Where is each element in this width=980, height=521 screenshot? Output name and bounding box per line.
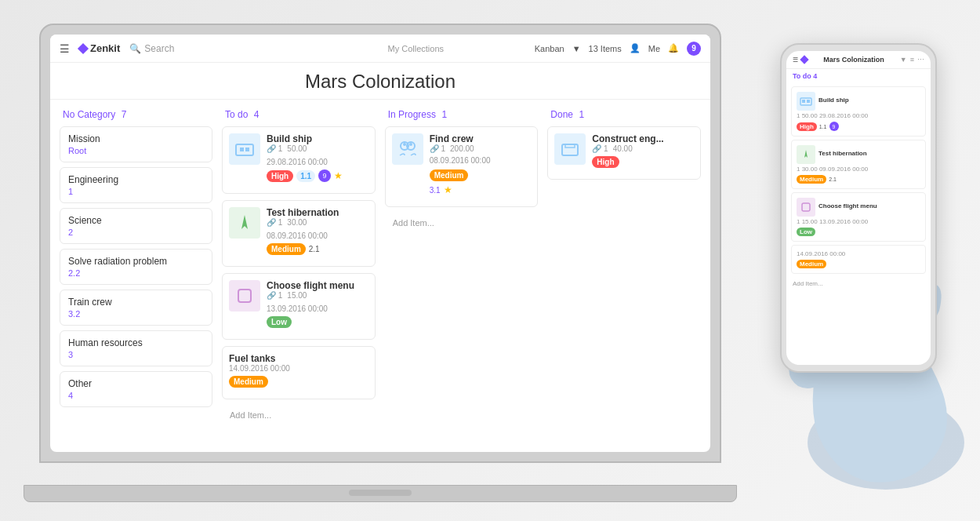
card-badges: Low	[267, 316, 368, 328]
svg-rect-9	[562, 144, 578, 155]
user-icon: 👤	[630, 43, 641, 53]
card-date: 08.09.2016 00:00 Medium	[430, 156, 532, 181]
breadcrumb: My Collections	[388, 44, 445, 53]
card-meta: 🔗 1 200.00	[430, 144, 532, 153]
todo-header: To do 4	[222, 109, 376, 120]
card-meta: 14.09.2016 00:00	[229, 364, 368, 373]
svg-rect-4	[238, 290, 251, 302]
list-item[interactable]: Other 4	[60, 371, 212, 407]
scene: ☰ Zenkit 🔍 Search My Collections	[0, 0, 980, 521]
item-title: Science	[68, 215, 204, 226]
phone-device: ☰ Mars Colonization ▼ ≡ ⋯ To do 4	[780, 43, 937, 373]
item-sub: 3.2	[68, 309, 204, 319]
item-sub: 2	[68, 228, 204, 237]
card-title: Find crew	[430, 133, 532, 144]
phone-card[interactable]: 14.09.2016 00:00 Medium	[791, 245, 926, 274]
item-title: Train crew	[68, 297, 204, 308]
kanban-card[interactable]: Test hibernation 🔗 1 30.00 08.09.2016 00…	[222, 200, 376, 267]
phone-logo-icon	[800, 55, 808, 64]
phone-card-meta: 1 50.00 29.08.2016 00:00	[797, 112, 920, 119]
list-item[interactable]: Science 2	[60, 208, 212, 244]
bell-icon: 🔔	[668, 43, 679, 53]
card-thumbnail	[554, 133, 586, 165]
item-sub: 4	[68, 391, 204, 400]
kanban-card[interactable]: Build ship 🔗 1 50.00 29.08.2016 00:00 Hi…	[222, 126, 376, 194]
kanban-card[interactable]: Construct eng... 🔗 1 40.00 High	[547, 126, 701, 180]
header-right: Kanban ▼ 13 Items 👤 Me 🔔 9	[535, 42, 701, 56]
kanban-label[interactable]: Kanban	[535, 44, 564, 53]
item-title: Mission	[68, 133, 204, 144]
svg-point-7	[403, 143, 406, 146]
svg-rect-2	[245, 148, 249, 151]
priority-badge: High	[592, 156, 619, 168]
kanban-card[interactable]: Find crew 🔗 1 200.00 08.09.2016 00:00 Me…	[385, 126, 539, 207]
search-area[interactable]: 🔍 Search	[129, 43, 174, 54]
phone-card[interactable]: Test hibernation 1 30.00 09.09.2016 00:0…	[791, 140, 926, 189]
phone-col-header: To do 4	[786, 69, 931, 83]
phone-card-title: Choose flight menu	[818, 202, 877, 209]
phone-card[interactable]: Choose flight menu 1 15.00 13.09.2016 00…	[791, 192, 926, 242]
phone-card[interactable]: Build ship 1 50.00 29.08.2016 00:00 High…	[791, 86, 926, 137]
phone-priority-badge: Medium	[797, 175, 826, 184]
card-thumbnail	[229, 207, 260, 239]
laptop-body: ☰ Zenkit 🔍 Search My Collections	[39, 24, 721, 463]
card-badges: High 1.1 9 ★	[267, 169, 368, 182]
star-icon: ★	[444, 184, 452, 195]
svg-rect-0	[236, 144, 253, 155]
filter-icon: ▼	[572, 44, 581, 53]
count-badge: 9	[318, 169, 331, 182]
svg-point-8	[409, 143, 412, 146]
card-thumbnail	[392, 133, 423, 165]
card-badges: High	[592, 156, 694, 168]
phone-priority-badge: Low	[797, 228, 815, 236]
done-header: Done 1	[547, 109, 701, 120]
list-item[interactable]: Engineering 1	[60, 167, 212, 203]
phone-add-item-button[interactable]: Add Item...	[786, 277, 931, 290]
kanban-area: No Category 7 Mission Root Engineering 1	[50, 100, 710, 452]
menu-icon[interactable]: ☰	[60, 42, 70, 55]
svg-rect-15	[802, 203, 810, 211]
laptop: ☰ Zenkit 🔍 Search My Collections	[39, 24, 745, 502]
card-thumbnail	[229, 280, 260, 312]
item-sub: 2.2	[68, 268, 204, 278]
phone-card-title: Test hibernation	[818, 150, 867, 157]
card-meta: 🔗 1 15.00 13.09.2016 00:00	[267, 291, 368, 313]
priority-badge: High	[267, 170, 293, 182]
list-item[interactable]: Mission Root	[60, 126, 212, 162]
svg-rect-10	[565, 144, 575, 148]
version-badge: 1.1	[296, 170, 315, 182]
logo-area: Zenkit	[79, 42, 120, 54]
card-title: Build ship	[267, 133, 368, 144]
header-center: My Collections	[297, 44, 535, 53]
phone-header: ☰ Mars Colonization ▼ ≡ ⋯	[786, 51, 931, 69]
card-meta: 🔗 1 30.00 08.09.2016 00:00	[267, 218, 368, 240]
card-badges: 3.1 ★	[430, 184, 532, 195]
add-item-button[interactable]: Add Item...	[222, 406, 376, 424]
phone-icons: ▼ ≡ ⋯	[900, 56, 924, 64]
svg-marker-3	[241, 215, 248, 229]
done-column: Done 1	[547, 109, 701, 445]
card-title: Construct eng...	[592, 133, 694, 144]
kanban-card[interactable]: Fuel tanks 14.09.2016 00:00 Medium	[222, 346, 376, 399]
phone-priority-badge: High	[797, 122, 817, 131]
list-item[interactable]: Human resources 3	[60, 330, 212, 366]
no-category-list: No Category 7 Mission Root Engineering 1	[60, 109, 212, 445]
phone-priority-badge: Medium	[797, 260, 826, 268]
kanban-card[interactable]: Choose flight menu 🔗 1 15.00 13.09.2016 …	[222, 273, 376, 340]
item-title: Engineering	[68, 174, 204, 185]
laptop-base	[24, 485, 737, 502]
header-left: ☰ Zenkit 🔍 Search	[60, 42, 297, 55]
item-title: Solve radiation problem	[68, 256, 204, 267]
add-item-button[interactable]: Add Item...	[385, 213, 539, 232]
svg-rect-1	[240, 148, 244, 151]
card-header: Construct eng... 🔗 1 40.00 High	[554, 133, 694, 168]
list-item[interactable]: Solve radiation problem 2.2	[60, 249, 212, 285]
svg-rect-13	[807, 100, 810, 103]
svg-marker-14	[804, 150, 808, 158]
list-item[interactable]: Train crew 3.2	[60, 290, 212, 326]
svg-rect-12	[802, 100, 805, 103]
version-badge: 2.1	[309, 245, 320, 253]
item-title: Human resources	[68, 337, 204, 348]
priority-badge: Medium	[430, 169, 469, 181]
star-icon: ★	[334, 170, 343, 181]
